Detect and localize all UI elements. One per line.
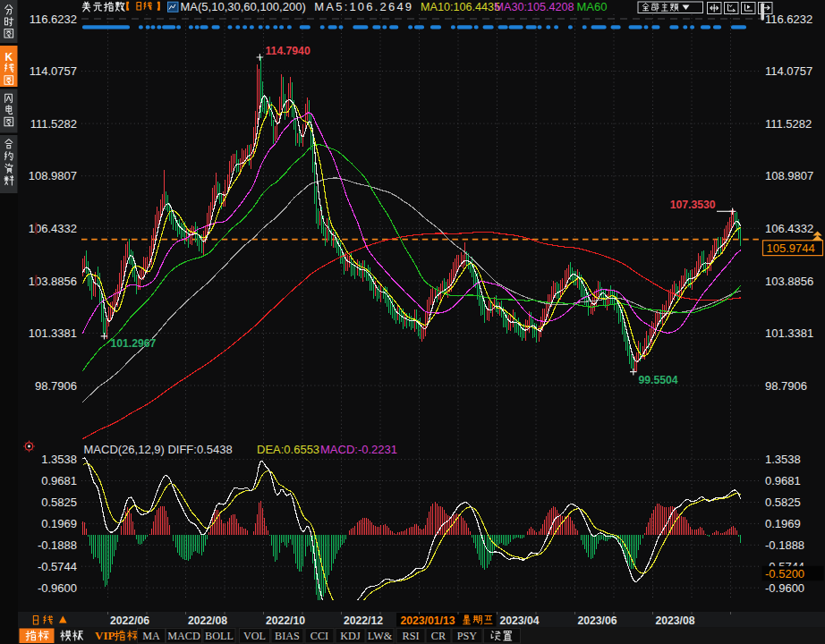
- svg-text:MACD(26,12,9) DIFF:0.5438: MACD(26,12,9) DIFF:0.5438: [84, 443, 233, 456]
- svg-text:2022/06: 2022/06: [110, 614, 149, 627]
- svg-text:RSI: RSI: [403, 630, 420, 642]
- svg-text:-0.5744: -0.5744: [38, 560, 77, 573]
- svg-text:BIAS: BIAS: [275, 630, 300, 642]
- svg-text:0.5825: 0.5825: [765, 496, 801, 509]
- svg-text:1.3538: 1.3538: [41, 453, 77, 466]
- svg-text:MACD:-0.2231: MACD:-0.2231: [320, 443, 397, 456]
- svg-text:2022/10: 2022/10: [266, 614, 305, 627]
- svg-text:DEA:0.6553: DEA:0.6553: [257, 443, 319, 456]
- svg-text:MA30:105.4208: MA30:105.4208: [495, 1, 574, 13]
- svg-text:103.8856: 103.8856: [765, 275, 813, 288]
- svg-text:MA: MA: [142, 630, 160, 642]
- svg-text:1.3538: 1.3538: [765, 453, 801, 466]
- svg-text:114.0757: 114.0757: [30, 64, 77, 78]
- svg-text:-0.1888: -0.1888: [38, 538, 77, 552]
- svg-text:105.9744: 105.9744: [767, 242, 815, 255]
- svg-text:0.9681: 0.9681: [41, 474, 77, 487]
- svg-text:-0.1888: -0.1888: [765, 538, 804, 552]
- svg-text:114.7940: 114.7940: [266, 45, 310, 57]
- svg-text:2023/08: 2023/08: [656, 614, 695, 627]
- svg-text:VIP: VIP: [95, 629, 115, 642]
- svg-text:2023/06: 2023/06: [578, 614, 617, 627]
- svg-text:MACD: MACD: [167, 630, 200, 642]
- svg-text:111.5282: 111.5282: [30, 117, 77, 131]
- svg-text:VOL: VOL: [243, 630, 266, 642]
- svg-text:MA(5,10,30,60,100,200): MA(5,10,30,60,100,200): [181, 0, 306, 13]
- svg-text:0.1969: 0.1969: [765, 517, 801, 530]
- svg-text:0.9681: 0.9681: [765, 474, 801, 487]
- svg-text:-0.5200: -0.5200: [765, 567, 804, 580]
- svg-text:MA5:106.2649: MA5:106.2649: [314, 0, 413, 13]
- svg-text:108.9807: 108.9807: [29, 169, 77, 182]
- svg-text:K: K: [4, 51, 13, 64]
- svg-text:2023/01/13: 2023/01/13: [401, 614, 455, 627]
- svg-text:2022/12: 2022/12: [344, 614, 383, 627]
- svg-text:101.2967: 101.2967: [111, 337, 157, 350]
- svg-text:99.5504: 99.5504: [639, 374, 678, 386]
- svg-text:MA10:106.4435: MA10:106.4435: [421, 1, 500, 13]
- svg-text:107.3530: 107.3530: [670, 199, 716, 211]
- svg-text:111.5282: 111.5282: [765, 117, 812, 131]
- svg-text:0.5825: 0.5825: [41, 496, 77, 509]
- svg-text:CCI: CCI: [310, 630, 328, 642]
- svg-text:-0.9600: -0.9600: [765, 581, 804, 595]
- svg-text:MA60: MA60: [577, 0, 608, 13]
- svg-text:2023/04: 2023/04: [500, 614, 540, 627]
- svg-text:106.4332: 106.4332: [765, 222, 813, 235]
- svg-text:PSY: PSY: [457, 630, 478, 642]
- svg-text:101.3381: 101.3381: [29, 326, 77, 340]
- svg-text:-0.9600: -0.9600: [38, 581, 77, 595]
- svg-text:0.1969: 0.1969: [41, 517, 77, 530]
- svg-text:KDJ: KDJ: [340, 630, 361, 642]
- svg-text:98.7906: 98.7906: [35, 379, 77, 393]
- svg-text:2022/08: 2022/08: [188, 614, 227, 627]
- svg-text:101.3381: 101.3381: [765, 326, 813, 340]
- svg-text:BOLL: BOLL: [205, 630, 234, 642]
- svg-text:108.9807: 108.9807: [765, 169, 813, 182]
- svg-text:98.7906: 98.7906: [765, 379, 807, 393]
- svg-text:116.6232: 116.6232: [30, 13, 77, 26]
- svg-text:LW&: LW&: [368, 630, 393, 642]
- svg-text:CR: CR: [431, 630, 447, 642]
- svg-text:114.0757: 114.0757: [765, 64, 812, 78]
